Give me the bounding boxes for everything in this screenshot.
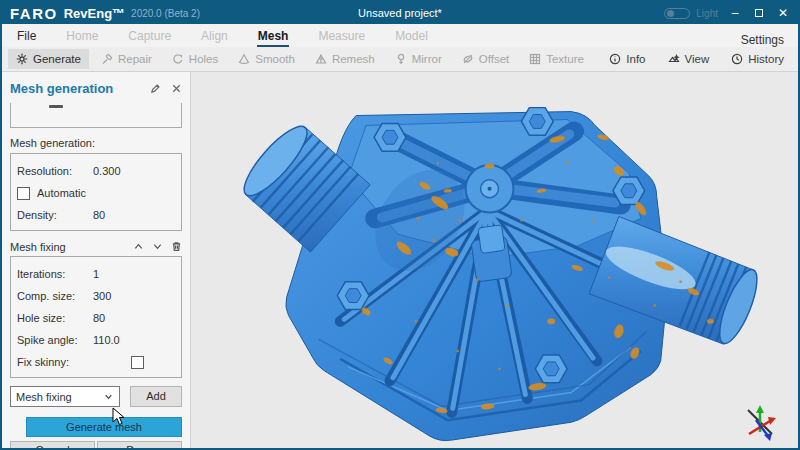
fix-skinny-label: Fix skinny:: [17, 356, 89, 368]
hole-size-label: Hole size:: [17, 312, 89, 324]
iterations-value[interactable]: 1: [93, 268, 99, 280]
holes-button[interactable]: Holes: [164, 49, 226, 69]
chevron-down-icon[interactable]: [152, 241, 163, 252]
trash-icon[interactable]: [171, 241, 182, 252]
texture-grid-icon: [529, 53, 541, 65]
density-value[interactable]: 80: [93, 209, 105, 221]
spike-angle-label: Spike angle:: [17, 334, 89, 346]
generate-mesh-button[interactable]: Generate mesh: [26, 417, 182, 437]
titlebar: FARO RevEng™ 2020.0 (Beta 2) Unsaved pro…: [2, 2, 798, 24]
chevron-up-icon[interactable]: [133, 241, 144, 252]
toggle-knob: [667, 10, 674, 17]
info-button[interactable]: Info: [601, 49, 653, 69]
menubar: File Home Capture Align Mesh Measure Mod…: [2, 24, 798, 47]
panel-title: Mesh generation: [10, 81, 113, 96]
offset-button[interactable]: Offset: [454, 49, 517, 69]
broken-ring-icon: [172, 53, 184, 65]
resolution-label: Resolution:: [17, 165, 89, 177]
close-button[interactable]: ✕: [776, 7, 790, 19]
gear-icon: [16, 53, 28, 65]
clock-icon: [731, 53, 743, 65]
edit-pencil-icon[interactable]: [150, 83, 161, 94]
partial-control-mark: [49, 105, 63, 108]
hammer-icon: [101, 53, 113, 65]
menu-home[interactable]: Home: [65, 26, 99, 47]
mesh-fixing-title: Mesh fixing: [10, 241, 66, 253]
theme-toggle-label: Light: [696, 8, 718, 19]
theme-toggle[interactable]: [664, 8, 690, 19]
maximize-button[interactable]: [752, 7, 766, 19]
menu-settings[interactable]: Settings: [741, 33, 784, 47]
mesh-fixing-header: Mesh fixing: [10, 237, 182, 256]
smooth-button[interactable]: Smooth: [230, 49, 303, 69]
comp-size-label: Comp. size:: [17, 290, 89, 302]
history-button[interactable]: History: [723, 49, 792, 69]
view-layers-icon: [668, 53, 680, 65]
menu-mesh[interactable]: Mesh: [257, 26, 290, 47]
app-window: FARO RevEng™ 2020.0 (Beta 2) Unsaved pro…: [0, 0, 800, 450]
fix-skinny-checkbox[interactable]: [131, 356, 144, 369]
resolution-value[interactable]: 0.300: [93, 165, 121, 177]
iterations-label: Iterations:: [17, 268, 89, 280]
smooth-triangle-icon: [238, 53, 250, 65]
axis-triad: [742, 402, 780, 442]
generation-section-label: Mesh generation:: [10, 137, 182, 149]
preset-dropdown[interactable]: Mesh fixing: [10, 386, 120, 407]
done-button[interactable]: Done: [97, 441, 182, 448]
view-button[interactable]: View: [660, 49, 718, 69]
hand-mirror-icon: [395, 53, 407, 65]
minimize-button[interactable]: –: [728, 7, 742, 19]
version-label: 2020.0 (Beta 2): [131, 8, 200, 19]
mesh-fixing-groupbox: Iterations: 1 Comp. size: 300 Hole size:…: [10, 256, 182, 378]
mirror-button[interactable]: Mirror: [387, 49, 450, 69]
spike-angle-value[interactable]: 110.0: [93, 334, 120, 346]
remesh-button[interactable]: Remesh: [307, 49, 383, 69]
menu-file[interactable]: File: [16, 26, 37, 47]
automatic-label: Automatic: [37, 187, 86, 199]
menu-measure[interactable]: Measure: [317, 26, 366, 47]
faro-logo: FARO: [10, 5, 58, 22]
generate-button[interactable]: Generate: [8, 49, 89, 69]
pump-housing-model: [191, 72, 798, 448]
preset-dropdown-value: Mesh fixing: [16, 391, 72, 403]
dropdown-chevron-icon: [103, 391, 114, 402]
mesh-generation-panel: Mesh generation Mesh generation: Resolut…: [2, 72, 191, 448]
toolbar: Generate Repair Holes Smooth Remesh Mirr…: [2, 47, 798, 72]
menu-capture[interactable]: Capture: [127, 26, 172, 47]
menu-model[interactable]: Model: [394, 26, 429, 47]
maximize-icon: [755, 9, 763, 17]
menu-align[interactable]: Align: [200, 26, 229, 47]
comp-size-value[interactable]: 300: [93, 290, 111, 302]
generation-groupbox: Resolution: 0.300 Automatic Density: 80: [10, 153, 182, 231]
slashed-ellipse-icon: [462, 53, 474, 65]
automatic-checkbox[interactable]: [17, 187, 30, 200]
repair-button[interactable]: Repair: [93, 49, 160, 69]
info-circle-icon: [609, 53, 621, 65]
mesh-triangle-icon: [315, 53, 327, 65]
cancel-button[interactable]: Cancel: [10, 441, 95, 448]
viewport-3d[interactable]: [191, 72, 798, 448]
texture-button[interactable]: Texture: [521, 49, 592, 69]
density-label: Density:: [17, 209, 89, 221]
scrolled-control-partial: [10, 103, 182, 128]
add-button[interactable]: Add: [130, 386, 182, 407]
product-name: RevEng™: [64, 6, 125, 21]
panel-close-icon[interactable]: [171, 83, 182, 94]
hole-size-value[interactable]: 80: [93, 312, 105, 324]
